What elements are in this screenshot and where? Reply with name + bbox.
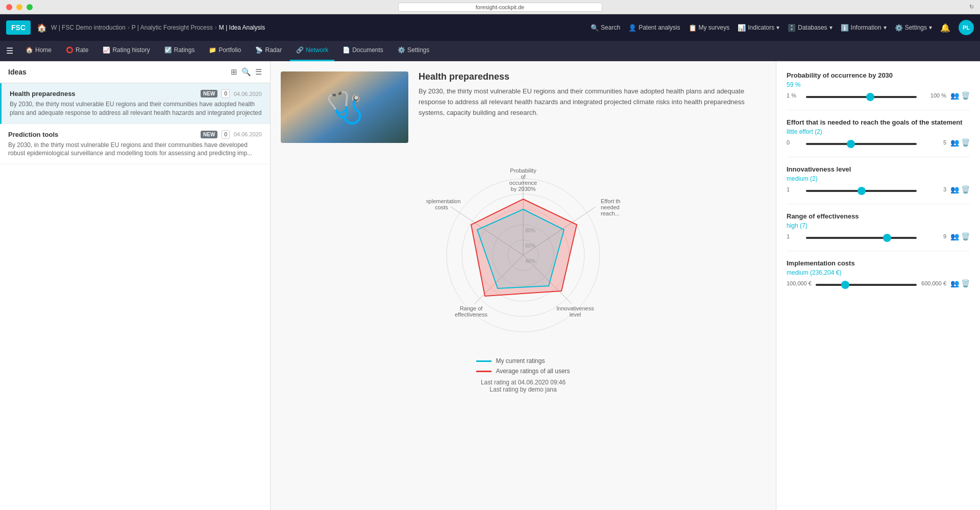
nav-settings-sec[interactable]: ⚙️ Settings [391,41,435,61]
slider-effectiveness-input[interactable] [806,237,917,239]
breadcrumb: W | FSC Demo introduction › P | Analytic… [51,24,591,31]
idea-date: 04.06.2020 [234,91,262,97]
group-icon[interactable]: 👥 [950,185,959,193]
svg-text:needed to: needed to [601,204,620,210]
slider-implementation-max: 600,000 € [921,280,946,286]
rating-history-nav-icon: 📈 [103,46,110,54]
settings-top-button[interactable]: ⚙️ Settings ▾ [895,24,932,32]
slider-innovativeness-actions: 👥 🗑️ [950,185,970,193]
nav-ratings[interactable]: ☑️ Ratings [158,41,201,61]
slider-effort-wrapper[interactable] [806,139,917,147]
nav-rate[interactable]: ⭕ Rate [60,41,94,61]
nav-home[interactable]: 🏠 Home [19,41,58,61]
notifications-bell-icon[interactable]: 🔔 [940,23,950,33]
slider-implementation-wrapper[interactable] [816,280,917,287]
menu-panel-icon[interactable]: ☰ [255,67,262,77]
patent-analysis-button[interactable]: 👤 Patent analysis [628,24,680,32]
idea-item-header: Health preparedness NEW 0 04.06.2020 [10,89,262,98]
group-icon[interactable]: 👥 [950,91,959,100]
hamburger-menu-icon[interactable]: ☰ [6,46,13,56]
maximize-dot[interactable] [27,4,33,10]
nav-rating-history[interactable]: 📈 Rating history [96,41,156,61]
panel-header-icons: ⊞ 🔍 ☰ [231,67,262,77]
delete-icon[interactable]: 🗑️ [961,185,970,193]
svg-text:Effort that is: Effort that is [601,198,620,204]
slider-effort-input[interactable] [806,143,917,145]
group-icon[interactable]: 👥 [950,279,959,287]
nav-documents[interactable]: 📄 Documents [336,41,389,61]
new-badge: NEW [201,131,217,138]
badge-count: 0 [222,89,230,98]
portfolio-nav-icon: 📁 [209,46,216,54]
surveys-icon: 📋 [689,24,697,32]
home-button[interactable]: 🏠 [37,23,47,33]
breadcrumb-item-2[interactable]: P | Analytic Foresight Process [132,24,213,31]
slider-probability: Probability of occurrence by 2030 59 % 1… [787,71,970,100]
databases-button[interactable]: 🗄️ Databases ▾ [788,24,832,32]
svg-text:Innovativeness: Innovativeness [556,305,594,311]
breadcrumb-item-1[interactable]: W | FSC Demo introduction [51,24,126,31]
information-button[interactable]: ℹ️ Information ▾ [841,24,887,32]
databases-label: Databases [798,24,827,31]
svg-text:40%: 40% [525,258,535,264]
slider-innovativeness-input[interactable] [806,190,917,192]
my-surveys-button[interactable]: 📋 My surveys [689,24,730,32]
documents-nav-label: Documents [352,46,383,54]
breadcrumb-item-3[interactable]: M | Idea Analysis [219,24,265,31]
slider-probability-min: 1 % [787,92,802,99]
nav-radar[interactable]: 📡 Radar [249,41,288,61]
breadcrumb-sep-2: › [215,24,217,31]
nav-network[interactable]: 🔗 Network [290,41,334,61]
network-nav-label: Network [306,46,328,54]
slider-effectiveness-wrapper[interactable] [806,233,917,240]
slider-effectiveness-min: 1 [787,233,802,239]
settings-top-icon: ⚙️ [895,24,903,32]
settings-sec-nav-icon: ⚙️ [398,46,405,54]
slider-effectiveness-value: high (7) [787,222,970,229]
radar-nav-label: Radar [265,46,282,54]
divider-4 [787,251,970,251]
svg-text:by 2030%: by 2030% [511,186,536,192]
portfolio-nav-label: Portfolio [218,46,241,54]
user-avatar[interactable]: PL [959,20,974,35]
slider-implementation-label: Implementation costs [787,259,970,267]
databases-icon: 🗄️ [788,24,796,32]
slider-innovativeness-wrapper[interactable] [806,186,917,193]
my-ratings-legend-label: My current ratings [496,357,545,365]
patent-icon: 👤 [628,24,636,32]
ideas-panel-header: Ideas ⊞ 🔍 ☰ [0,61,270,83]
slider-effectiveness-label: Range of effectiveness [787,212,970,220]
delete-icon[interactable]: 🗑️ [961,138,970,147]
close-dot[interactable] [6,4,12,10]
center-panel: Health preparedness By 2030, the thirty … [271,61,776,510]
content-image [281,71,408,143]
indicators-button[interactable]: 📊 Indicators ▾ [738,24,779,32]
address-bar[interactable]: foresight-cockpit.de [398,3,602,12]
reload-icon[interactable]: ↻ [969,4,974,10]
delete-icon[interactable]: 🗑️ [961,91,970,100]
avg-ratings-legend-line [476,371,492,372]
nav-portfolio[interactable]: 📁 Portfolio [203,41,247,61]
delete-icon[interactable]: 🗑️ [961,232,970,240]
slider-effort-value: little effort (2) [787,128,970,135]
slider-implementation-input[interactable] [816,284,917,286]
search-button[interactable]: 🔍 Search [591,24,620,32]
rating-info: Last rating at 04.06.2020 09:46 Last rat… [481,379,566,393]
group-icon[interactable]: 👥 [950,138,959,147]
svg-text:costs: costs [435,204,448,210]
minimize-dot[interactable] [16,4,22,10]
avg-ratings-legend-label: Average ratings of all users [496,368,570,375]
group-icon[interactable]: 👥 [950,232,959,240]
idea-item[interactable]: Health preparedness NEW 0 04.06.2020 By … [0,83,270,124]
slider-probability-input[interactable] [806,96,917,98]
slider-probability-wrapper[interactable] [806,92,917,100]
slider-innovativeness-value: medium (2) [787,175,970,182]
home-nav-label: Home [35,46,52,54]
delete-icon[interactable]: 🗑️ [961,279,970,287]
fsc-logo[interactable]: FSC [6,20,31,35]
grid-view-icon[interactable]: ⊞ [231,67,237,77]
search-panel-icon[interactable]: 🔍 [241,67,251,77]
idea-item[interactable]: Prediction tools NEW 0 04.06.2020 By 203… [0,124,270,165]
slider-innovativeness-row: 1 3 👥 🗑️ [787,185,970,193]
slider-effectiveness-max: 9 [921,233,946,239]
